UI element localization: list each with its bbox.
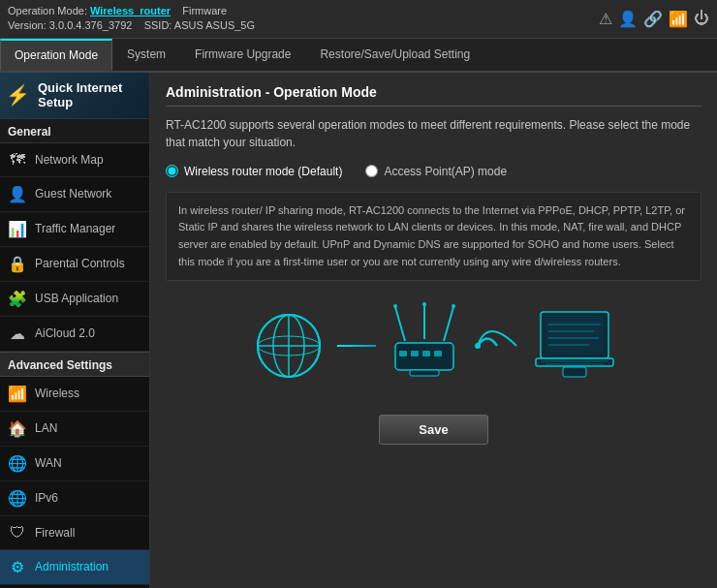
usb-application-icon: 🧩 [8, 290, 27, 308]
content-description: RT-AC1200 supports several operation mod… [166, 116, 701, 151]
mode-label: Operation Mode: [8, 5, 87, 16]
sidebar-item-traffic-manager[interactable]: 📊 Traffic Manager [0, 212, 149, 247]
svg-point-11 [452, 304, 455, 308]
network-icon[interactable]: 🔗 [643, 10, 663, 28]
svg-rect-25 [536, 358, 613, 366]
radio-access-point[interactable]: Access Point(AP) mode [365, 165, 507, 178]
main-layout: ⚡ Quick Internet Setup General 🗺 Network… [0, 73, 717, 588]
sidebar-label-network-map: Network Map [35, 153, 104, 167]
router-svg [386, 302, 463, 389]
wifi-status-icon[interactable]: 📶 [669, 10, 688, 28]
quick-setup-label: Quick Internet Setup [38, 80, 143, 110]
sidebar: ⚡ Quick Internet Setup General 🗺 Network… [0, 73, 150, 588]
version-label: Version: 3.0.0.4.376_3792 [8, 19, 132, 31]
sidebar-general-label: General [0, 119, 149, 143]
radio-wireless-router-label: Wireless router mode (Default) [184, 165, 342, 178]
power-icon[interactable]: ⏻ [694, 10, 709, 27]
wireless-icon: 📶 [8, 385, 27, 403]
sidebar-label-usb-application: USB Application [35, 292, 118, 305]
sidebar-label-parental-controls: Parental Controls [35, 257, 125, 270]
guest-network-icon: 👤 [8, 185, 27, 203]
firmware-label: Firmware [182, 5, 227, 16]
svg-rect-20 [545, 316, 605, 355]
svg-rect-14 [411, 351, 419, 356]
alert-icon[interactable]: ⚠ [599, 10, 612, 28]
svg-point-10 [422, 302, 426, 306]
sidebar-item-wireless[interactable]: 📶 Wireless [0, 377, 149, 412]
wifi-waves-svg [473, 312, 521, 380]
sidebar-item-ipv6[interactable]: 🌐 IPv6 [0, 481, 149, 516]
header-tabs: Operation Mode System Firmware Upgrade R… [0, 39, 717, 73]
sidebar-quick-setup[interactable]: ⚡ Quick Internet Setup [0, 73, 149, 119]
sidebar-item-network-map[interactable]: 🗺 Network Map [0, 143, 149, 177]
svg-rect-13 [399, 351, 407, 356]
save-button[interactable]: Save [379, 415, 487, 445]
sidebar-label-lan: LAN [35, 421, 57, 435]
tab-restore-save[interactable]: Restore/Save/Upload Setting [305, 39, 484, 70]
aicloud-icon: ☁ [8, 325, 27, 343]
top-bar-icons: ⚠ 👤 🔗 📶 ⏻ [599, 10, 709, 28]
radio-access-point-input[interactable] [365, 165, 378, 177]
svg-rect-17 [410, 370, 439, 376]
sidebar-item-administration[interactable]: ⚙ Administration [0, 550, 149, 585]
sidebar-label-wan: WAN [35, 456, 62, 470]
tab-system[interactable]: System [112, 39, 180, 70]
laptop-svg [531, 307, 618, 385]
ssid-label: SSID: ASUS ASUS_5G [144, 19, 255, 31]
tab-operation-mode[interactable]: Operation Mode [0, 39, 112, 71]
radio-access-point-label: Access Point(AP) mode [384, 165, 507, 178]
svg-rect-16 [434, 351, 442, 356]
user-icon[interactable]: 👤 [618, 10, 638, 28]
svg-point-9 [393, 304, 397, 308]
radio-wireless-router[interactable]: Wireless router mode (Default) [166, 165, 342, 178]
firewall-icon: 🛡 [8, 524, 27, 542]
radio-wireless-router-input[interactable] [166, 165, 178, 177]
sidebar-item-parental-controls[interactable]: 🔒 Parental Controls [0, 247, 149, 282]
sidebar-label-firewall: Firewall [35, 526, 75, 540]
administration-icon: ⚙ [8, 558, 27, 576]
sidebar-label-administration: Administration [35, 560, 109, 573]
svg-line-6 [395, 307, 405, 341]
save-button-wrapper: Save [166, 415, 701, 445]
mode-description: In wireless router/ IP sharing mode, RT-… [166, 192, 701, 281]
sidebar-label-guest-network: Guest Network [35, 187, 111, 201]
wan-icon: 🌐 [8, 454, 27, 473]
svg-rect-15 [422, 351, 430, 356]
ipv6-icon: 🌐 [8, 489, 27, 508]
parental-controls-icon: 🔒 [8, 255, 27, 273]
svg-line-8 [444, 307, 453, 341]
svg-rect-28 [563, 367, 586, 377]
radio-group-mode: Wireless router mode (Default) Access Po… [166, 165, 701, 178]
svg-point-18 [475, 343, 481, 349]
connector-1 [337, 345, 376, 347]
mode-value[interactable]: Wireless_router [90, 5, 171, 16]
sidebar-item-wan[interactable]: 🌐 WAN [0, 447, 149, 481]
top-bar: Operation Mode: Wireless_router Firmware… [0, 0, 717, 39]
sidebar-item-usb-application[interactable]: 🧩 USB Application [0, 282, 149, 317]
sidebar-label-ipv6: IPv6 [35, 491, 58, 505]
sidebar-item-aicloud[interactable]: ☁ AiCloud 2.0 [0, 317, 149, 352]
sidebar-label-traffic-manager: Traffic Manager [35, 222, 115, 235]
content-area: Administration - Operation Mode RT-AC120… [150, 73, 717, 588]
network-map-icon: 🗺 [8, 151, 27, 169]
top-bar-info: Operation Mode: Wireless_router Firmware… [8, 4, 255, 34]
traffic-manager-icon: 📊 [8, 220, 27, 238]
lan-icon: 🏠 [8, 419, 27, 438]
network-diagram [166, 293, 701, 399]
content-title: Administration - Operation Mode [166, 84, 701, 107]
globe-svg [250, 307, 327, 385]
sidebar-label-aicloud: AiCloud 2.0 [35, 326, 95, 340]
tab-firmware-upgrade[interactable]: Firmware Upgrade [180, 39, 305, 70]
sidebar-advanced-label: Advanced Settings [0, 352, 149, 377]
sidebar-item-lan[interactable]: 🏠 LAN [0, 412, 149, 447]
sidebar-item-firewall[interactable]: 🛡 Firewall [0, 516, 149, 550]
sidebar-label-wireless: Wireless [35, 387, 79, 400]
sidebar-item-guest-network[interactable]: 👤 Guest Network [0, 177, 149, 212]
quick-setup-icon: ⚡ [6, 83, 30, 107]
